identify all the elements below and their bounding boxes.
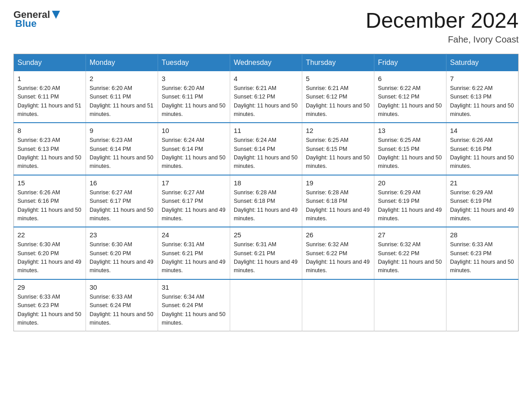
day-info: Sunrise: 6:31 AM Sunset: 6:21 PM Dayligh… [234,240,298,275]
table-row: 4 Sunrise: 6:21 AM Sunset: 6:12 PM Dayli… [230,71,302,123]
day-number: 24 [162,231,226,239]
day-number: 28 [450,231,515,239]
col-thursday: Thursday [302,54,374,71]
day-info: Sunrise: 6:26 AM Sunset: 6:16 PM Dayligh… [17,188,82,223]
logo-blue-text: Blue [15,18,37,30]
day-info: Sunrise: 6:34 AM Sunset: 6:24 PM Dayligh… [162,293,226,328]
table-row: 12 Sunrise: 6:25 AM Sunset: 6:15 PM Dayl… [302,123,374,175]
table-row [374,279,446,331]
day-info: Sunrise: 6:33 AM Sunset: 6:23 PM Dayligh… [17,293,82,328]
table-row: 29 Sunrise: 6:33 AM Sunset: 6:23 PM Dayl… [14,279,86,331]
table-row: 21 Sunrise: 6:29 AM Sunset: 6:19 PM Dayl… [446,175,519,227]
day-number: 13 [378,127,442,134]
location-text: Fahe, Ivory Coast [365,34,519,45]
table-row: 31 Sunrise: 6:34 AM Sunset: 6:24 PM Dayl… [158,279,230,331]
day-number: 26 [306,231,370,239]
day-info: Sunrise: 6:21 AM Sunset: 6:12 PM Dayligh… [306,84,370,119]
day-number: 6 [378,75,442,82]
table-row: 25 Sunrise: 6:31 AM Sunset: 6:21 PM Dayl… [230,227,302,279]
day-info: Sunrise: 6:22 AM Sunset: 6:12 PM Dayligh… [378,84,442,119]
day-number: 27 [378,231,442,239]
day-number: 20 [378,179,442,187]
calendar-week-row: 1 Sunrise: 6:20 AM Sunset: 6:11 PM Dayli… [14,71,519,123]
day-number: 11 [234,127,298,134]
table-row: 1 Sunrise: 6:20 AM Sunset: 6:11 PM Dayli… [14,71,86,123]
col-friday: Friday [374,54,446,71]
table-row: 15 Sunrise: 6:26 AM Sunset: 6:16 PM Dayl… [14,175,86,227]
day-info: Sunrise: 6:24 AM Sunset: 6:14 PM Dayligh… [234,136,298,171]
table-row: 23 Sunrise: 6:30 AM Sunset: 6:20 PM Dayl… [86,227,158,279]
table-row: 6 Sunrise: 6:22 AM Sunset: 6:12 PM Dayli… [374,71,446,123]
table-row [446,279,519,331]
day-number: 4 [234,75,298,82]
table-row: 5 Sunrise: 6:21 AM Sunset: 6:12 PM Dayli… [302,71,374,123]
day-info: Sunrise: 6:27 AM Sunset: 6:17 PM Dayligh… [162,188,226,223]
table-row: 10 Sunrise: 6:24 AM Sunset: 6:14 PM Dayl… [158,123,230,175]
day-info: Sunrise: 6:29 AM Sunset: 6:19 PM Dayligh… [378,188,442,223]
day-number: 25 [234,231,298,239]
day-info: Sunrise: 6:23 AM Sunset: 6:14 PM Dayligh… [90,136,154,171]
col-tuesday: Tuesday [158,54,230,71]
table-row: 16 Sunrise: 6:27 AM Sunset: 6:17 PM Dayl… [86,175,158,227]
calendar-week-row: 8 Sunrise: 6:23 AM Sunset: 6:13 PM Dayli… [14,123,519,175]
day-info: Sunrise: 6:20 AM Sunset: 6:11 PM Dayligh… [17,84,82,119]
calendar-week-row: 15 Sunrise: 6:26 AM Sunset: 6:16 PM Dayl… [14,175,519,227]
day-info: Sunrise: 6:25 AM Sunset: 6:15 PM Dayligh… [306,136,370,171]
day-info: Sunrise: 6:27 AM Sunset: 6:17 PM Dayligh… [90,188,154,223]
col-monday: Monday [86,54,158,71]
col-saturday: Saturday [446,54,519,71]
table-row: 17 Sunrise: 6:27 AM Sunset: 6:17 PM Dayl… [158,175,230,227]
day-number: 7 [450,75,515,82]
day-info: Sunrise: 6:23 AM Sunset: 6:13 PM Dayligh… [17,136,82,171]
day-info: Sunrise: 6:30 AM Sunset: 6:20 PM Dayligh… [17,240,82,275]
day-info: Sunrise: 6:24 AM Sunset: 6:14 PM Dayligh… [162,136,226,171]
day-number: 31 [162,283,226,291]
day-info: Sunrise: 6:32 AM Sunset: 6:22 PM Dayligh… [378,240,442,275]
day-info: Sunrise: 6:31 AM Sunset: 6:21 PM Dayligh… [162,240,226,275]
table-row: 20 Sunrise: 6:29 AM Sunset: 6:19 PM Dayl… [374,175,446,227]
day-number: 22 [17,231,82,239]
day-number: 14 [450,127,515,134]
table-row: 11 Sunrise: 6:24 AM Sunset: 6:14 PM Dayl… [230,123,302,175]
table-row: 18 Sunrise: 6:28 AM Sunset: 6:18 PM Dayl… [230,175,302,227]
day-info: Sunrise: 6:22 AM Sunset: 6:13 PM Dayligh… [450,84,515,119]
day-info: Sunrise: 6:33 AM Sunset: 6:24 PM Dayligh… [90,293,154,328]
day-number: 8 [17,127,82,134]
day-info: Sunrise: 6:28 AM Sunset: 6:18 PM Dayligh… [306,188,370,223]
table-row: 19 Sunrise: 6:28 AM Sunset: 6:18 PM Dayl… [302,175,374,227]
table-row: 22 Sunrise: 6:30 AM Sunset: 6:20 PM Dayl… [14,227,86,279]
table-row: 9 Sunrise: 6:23 AM Sunset: 6:14 PM Dayli… [86,123,158,175]
day-number: 3 [162,75,226,82]
day-number: 29 [17,283,82,291]
day-info: Sunrise: 6:20 AM Sunset: 6:11 PM Dayligh… [90,84,154,119]
day-info: Sunrise: 6:32 AM Sunset: 6:22 PM Dayligh… [306,240,370,275]
table-row: 28 Sunrise: 6:33 AM Sunset: 6:23 PM Dayl… [446,227,519,279]
calendar-header-row: Sunday Monday Tuesday Wednesday Thursday… [14,54,519,71]
table-row [302,279,374,331]
calendar-table: Sunday Monday Tuesday Wednesday Thursday… [13,54,519,332]
day-info: Sunrise: 6:30 AM Sunset: 6:20 PM Dayligh… [90,240,154,275]
col-wednesday: Wednesday [230,54,302,71]
calendar-week-row: 22 Sunrise: 6:30 AM Sunset: 6:20 PM Dayl… [14,227,519,279]
table-row: 2 Sunrise: 6:20 AM Sunset: 6:11 PM Dayli… [86,71,158,123]
table-row: 27 Sunrise: 6:32 AM Sunset: 6:22 PM Dayl… [374,227,446,279]
day-info: Sunrise: 6:29 AM Sunset: 6:19 PM Dayligh… [450,188,515,223]
day-number: 19 [306,179,370,187]
table-row: 7 Sunrise: 6:22 AM Sunset: 6:13 PM Dayli… [446,71,519,123]
day-number: 30 [90,283,154,291]
table-row: 8 Sunrise: 6:23 AM Sunset: 6:13 PM Dayli… [14,123,86,175]
day-number: 2 [90,75,154,82]
table-row: 24 Sunrise: 6:31 AM Sunset: 6:21 PM Dayl… [158,227,230,279]
table-row [230,279,302,331]
table-row: 30 Sunrise: 6:33 AM Sunset: 6:24 PM Dayl… [86,279,158,331]
day-info: Sunrise: 6:21 AM Sunset: 6:12 PM Dayligh… [234,84,298,119]
day-info: Sunrise: 6:25 AM Sunset: 6:15 PM Dayligh… [378,136,442,171]
day-number: 18 [234,179,298,187]
col-sunday: Sunday [14,54,86,71]
day-number: 1 [17,75,82,82]
day-number: 23 [90,231,154,239]
day-number: 10 [162,127,226,134]
table-row: 3 Sunrise: 6:20 AM Sunset: 6:11 PM Dayli… [158,71,230,123]
day-number: 12 [306,127,370,134]
day-number: 17 [162,179,226,187]
